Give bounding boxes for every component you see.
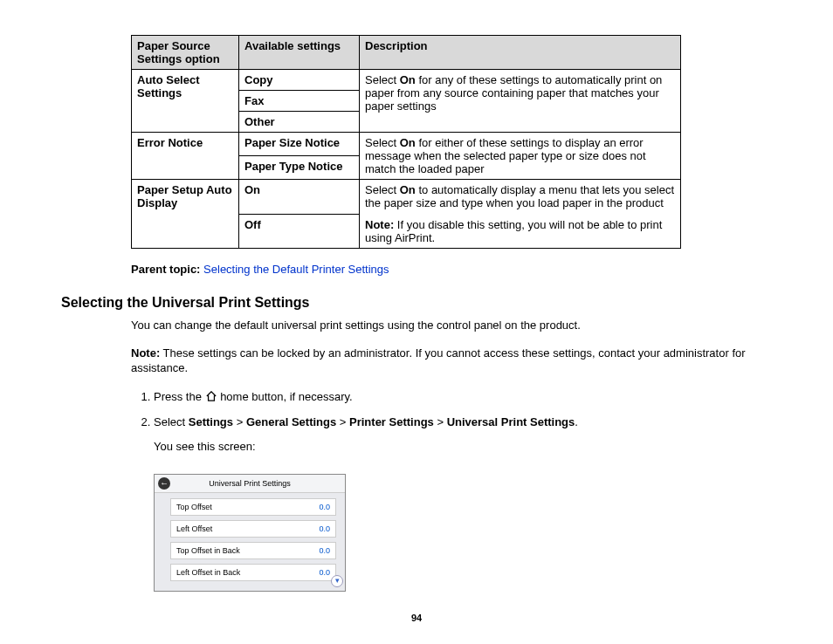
parent-topic-label: Parent topic: (131, 263, 200, 276)
screen-row-value: 0.0 (319, 568, 330, 577)
setting-cell: Copy (239, 70, 360, 91)
step-2: Select Settings > General Settings > Pri… (154, 414, 781, 455)
note-label: Note: (131, 346, 160, 360)
description-cell: Select On to automatically display a men… (360, 180, 681, 249)
paper-source-settings-table: Paper Source Settings option Available s… (131, 35, 681, 249)
table-header: Paper Source Settings option (132, 36, 239, 70)
steps-list: Press the home button, if necessary. Sel… (131, 388, 781, 456)
setting-cell: Fax (239, 91, 360, 112)
setting-cell: Paper Type Notice (239, 156, 360, 180)
screen-titlebar: ← Universal Print Settings (155, 475, 345, 493)
step-1: Press the home button, if necessary. (154, 388, 781, 406)
section-heading: Selecting the Universal Print Settings (61, 295, 781, 311)
setting-cell: Other (239, 112, 360, 133)
screen-row-label: Top Offset in Back (176, 546, 240, 555)
parent-topic: Parent topic: Selecting the Default Prin… (131, 263, 781, 276)
description-cell: Select On for any of these settings to a… (360, 70, 681, 133)
home-icon (205, 389, 217, 400)
option-cell: Error Notice (132, 133, 239, 180)
screen-row-value: 0.0 (319, 503, 330, 511)
setting-cell: Off (239, 214, 360, 249)
scroll-down-icon[interactable]: ▾ (331, 575, 343, 587)
screen-row[interactable]: Top Offset0.0 (170, 498, 336, 516)
screen-row-value: 0.0 (319, 524, 330, 533)
note-text: Note: These settings can be locked by an… (131, 346, 781, 376)
screen-row-label: Top Offset (176, 503, 212, 511)
product-screen: ← Universal Print Settings Top Offset0.0… (154, 474, 346, 592)
screen-row-label: Left Offset (176, 524, 212, 533)
description-cell: Select On for either of these settings t… (360, 133, 681, 180)
intro-text: You can change the default universal pri… (131, 318, 781, 333)
option-cell: Paper Setup Auto Display (132, 180, 239, 249)
option-cell: Auto Select Settings (132, 70, 239, 133)
step-2-caption: You see this screen: (154, 438, 781, 456)
screen-row-value: 0.0 (319, 546, 330, 555)
setting-cell: On (239, 180, 360, 215)
screen-row[interactable]: Top Offset in Back0.0 (170, 542, 336, 559)
back-icon[interactable]: ← (158, 477, 170, 490)
page-number: 94 (52, 613, 781, 623)
table-header: Description (360, 36, 681, 70)
parent-topic-link[interactable]: Selecting the Default Printer Settings (203, 263, 389, 276)
table-header: Available settings (239, 36, 360, 70)
screen-row[interactable]: Left Offset0.0 (170, 520, 336, 538)
screen-row[interactable]: Left Offset in Back0.0 (170, 564, 336, 581)
screen-title: Universal Print Settings (209, 479, 291, 488)
screen-list: Top Offset0.0Left Offset0.0Top Offset in… (155, 493, 345, 591)
setting-cell: Paper Size Notice (239, 133, 360, 156)
screen-row-label: Left Offset in Back (176, 568, 240, 577)
